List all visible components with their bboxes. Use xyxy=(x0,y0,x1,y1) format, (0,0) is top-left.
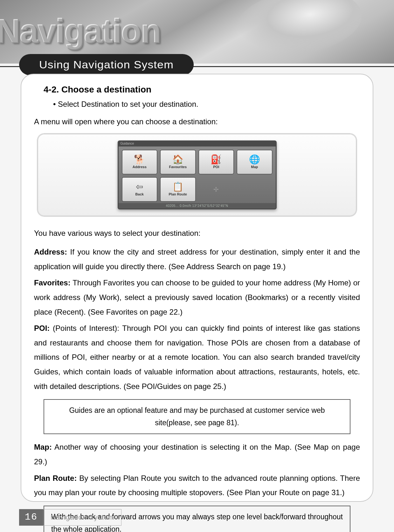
page-number: 16 xyxy=(19,509,43,526)
gps-favourites-label: Favourites xyxy=(169,165,187,169)
gps-address-label: Address xyxy=(133,165,147,169)
gps-map-label: Map xyxy=(251,165,258,169)
label-poi: POI: xyxy=(34,324,50,332)
gps-poi-label: POI xyxy=(213,165,219,169)
note-guides: Guides are an optional feature and may b… xyxy=(44,399,350,434)
label-map: Map: xyxy=(34,443,52,451)
gps-window: Guidance 🐕 Address 🏠 Favourites ⛽ POI 🌐 … xyxy=(118,140,277,209)
text-poi: (Points of Interest): Through POI you ca… xyxy=(34,324,360,390)
gps-title-bar: Guidance xyxy=(119,141,276,147)
gps-plan-label: Plan Route xyxy=(169,192,187,196)
text-map: Another way of choosing your destination… xyxy=(34,443,360,466)
text-address: If you know the city and street address … xyxy=(34,248,360,271)
para-plan: Plan Route: By selecting Plan Route you … xyxy=(34,471,360,500)
gps-plan-route-button[interactable]: 📋 Plan Route xyxy=(160,177,196,202)
text-plan: By selecting Plan Route you switch to th… xyxy=(34,474,360,497)
text-favorites: Through Favorites you can choose to be g… xyxy=(34,278,360,316)
label-address: Address: xyxy=(34,248,67,256)
poi-icon: ⛽ xyxy=(211,155,222,164)
gps-favourites-button[interactable]: 🏠 Favourites xyxy=(160,150,196,174)
intro-text: A menu will open where you can choose a … xyxy=(34,114,360,129)
content-panel: 4-2. Choose a destination Select Destina… xyxy=(21,74,373,502)
home-star-icon: 🏠 xyxy=(172,155,183,164)
para-map: Map: Another way of choosing your destin… xyxy=(34,440,360,469)
para-favorites: Favorites: Through Favorites you can cho… xyxy=(34,276,360,319)
gps-map-button[interactable]: 🌐 Map xyxy=(237,150,273,174)
chapter-tab: Using Navigation System xyxy=(19,54,194,75)
gps-back-button[interactable]: ⇦ Back xyxy=(122,177,158,202)
footer-label: Navigation System xyxy=(43,509,121,526)
back-arrow-icon: ⇦ xyxy=(136,182,143,191)
lead-text: You have various ways to select your des… xyxy=(34,226,360,241)
label-favorites: Favorites: xyxy=(34,278,71,287)
label-plan: Plan Route: xyxy=(34,474,77,482)
gps-poi-button[interactable]: ⛽ POI xyxy=(198,150,234,174)
para-address: Address: If you know the city and street… xyxy=(34,245,360,274)
gps-empty-slot xyxy=(237,177,273,202)
globe-icon: 🌐 xyxy=(249,155,260,164)
gps-button-grid: 🐕 Address 🏠 Favourites ⛽ POI 🌐 Map ⇦ xyxy=(119,147,276,203)
dog-icon: 🐕 xyxy=(134,155,145,164)
plan-route-icon: 📋 xyxy=(172,182,183,191)
page-footer: 16 Navigation System xyxy=(19,509,121,526)
gps-status-bar: 40205... 0.0mi/h 13°24'52"E/52°32'45"N xyxy=(119,203,276,208)
hero-title: Navigation xyxy=(0,13,161,51)
section-heading: 4-2. Choose a destination xyxy=(44,85,360,95)
gps-back-label: Back xyxy=(135,192,144,196)
bullet-select-destination: Select Destination to set your destinati… xyxy=(53,100,360,109)
para-poi: POI: (Points of Interest): Through POI y… xyxy=(34,321,360,393)
screenshot-frame: Guidance 🐕 Address 🏠 Favourites ⛽ POI 🌐 … xyxy=(37,133,357,216)
gps-address-button[interactable]: 🐕 Address xyxy=(122,150,158,174)
gps-crosshair-icon: ✢ xyxy=(198,177,234,202)
